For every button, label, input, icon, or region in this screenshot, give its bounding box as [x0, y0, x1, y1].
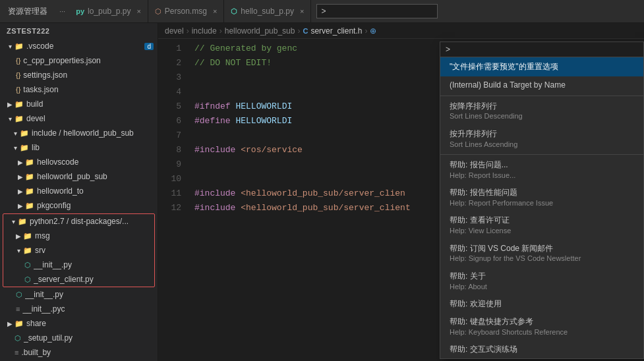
command-search-input[interactable]: [316, 4, 438, 18]
close-tab-button[interactable]: ×: [136, 7, 140, 15]
json-icon: {}: [16, 86, 20, 94]
root-label: ZSTEST222: [7, 27, 49, 35]
file-label: __init__.py: [25, 290, 63, 299]
tab-hello-sub-p-py[interactable]: ⬡ hello_sub_p.py ×: [224, 0, 311, 22]
file-label: .built_by: [21, 348, 51, 357]
tab-lo-pub-p-py[interactable]: py lo_pub_p.py ×: [69, 0, 148, 22]
breadcrumb-item[interactable]: devel: [165, 26, 184, 36]
menu-item-about[interactable]: 帮助: 关于 Help: About: [440, 267, 643, 295]
menu-item-sort-desc[interactable]: 按降序排列行 Sort Lines Descending: [440, 97, 643, 125]
tree-item-settings-json[interactable]: {} settings.json: [0, 68, 158, 82]
close-tab-button[interactable]: ×: [300, 7, 304, 15]
breadcrumb-item[interactable]: helloworld_pub_sub: [225, 26, 295, 36]
folder-icon: 📁: [23, 246, 32, 255]
menu-search-input[interactable]: [446, 45, 638, 54]
menu-item-shortcuts[interactable]: 帮助: 键盘快捷方式参考 Help: Keyboard Shortcuts Re…: [440, 313, 643, 341]
tree-item-c-cpp-props[interactable]: {} c_cpp_properties.json: [0, 53, 158, 68]
folder-label: srv: [35, 246, 45, 255]
menu-item-sublabel: Help: Signup for the VS Code Newsletter: [450, 254, 634, 264]
folder-label: hellovscode: [37, 157, 78, 167]
menu-item-playground[interactable]: 帮助: 交互式演练场: [440, 341, 643, 358]
tab-label: lo_pub_p.py: [88, 7, 131, 16]
tree-item-helloworld-pub-sub[interactable]: ▶ 📁 helloworld_pub_sub: [0, 169, 158, 184]
tree-item-init-pyc[interactable]: ≡ __init__.pyc: [0, 302, 158, 316]
file-label: __init__.py: [34, 260, 72, 269]
main-layout: ZSTEST222 ▾ 📁 .vscode d {} c_cpp_propert…: [0, 23, 644, 361]
chevron-right-icon: ▶: [5, 320, 15, 327]
msg-icon: ⬡: [155, 7, 161, 16]
chevron-right-icon: ▶: [16, 202, 25, 209]
folder-icon: 📁: [18, 217, 27, 226]
chevron-down-icon: ▾: [5, 43, 15, 50]
explorer-label: 资源管理器: [0, 6, 55, 17]
tree-item-setup-util[interactable]: ⬡ _setup_util.py: [0, 331, 158, 345]
breadcrumb-item[interactable]: include: [192, 26, 217, 36]
tree-item-python27[interactable]: ▾ 📁 python2.7 / dist-packages/...: [3, 214, 154, 229]
tree-item-build[interactable]: ▶ 📁 build: [0, 97, 158, 111]
folder-label: build: [26, 99, 43, 109]
menu-item-sublabel: Help: About: [450, 282, 634, 292]
menu-item-newsletter[interactable]: 帮助: 订阅 VS Code 新闻邮件 Help: Signup for the…: [440, 240, 643, 267]
breadcrumb-separator: ›: [297, 26, 300, 36]
folder-label: msg: [35, 231, 50, 240]
tree-item-lib[interactable]: ▾ 📁 lib: [0, 140, 158, 155]
menu-item-label: 帮助: 订阅 VS Code 新闻邮件: [450, 243, 634, 254]
close-tab-button[interactable]: ×: [213, 7, 217, 15]
chevron-down-icon: ▾: [11, 144, 20, 152]
menu-item-label: 帮助: 查看许可证: [450, 215, 634, 226]
badge-d: d: [144, 43, 154, 50]
more-tabs-button[interactable]: ···: [55, 7, 69, 15]
menu-item-build-target[interactable]: (Internal) Build a Target by Name: [440, 76, 643, 94]
breadcrumb-separator: ›: [220, 26, 222, 36]
py-icon: ⬡: [24, 275, 31, 284]
menu-item-view-license[interactable]: 帮助: 查看许可证 Help: View License: [440, 211, 643, 239]
menu-item-welcome[interactable]: 帮助: 欢迎使用: [440, 295, 643, 313]
folder-icon: 📁: [25, 173, 34, 181]
sidebar-header: ZSTEST222: [0, 23, 158, 39]
folder-icon: 📁: [25, 158, 34, 167]
chevron-right-icon: ▶: [14, 233, 23, 240]
tree-item-msg[interactable]: ▶ 📁 msg: [3, 229, 154, 243]
title-bar: 资源管理器 ··· py lo_pub_p.py × ⬡ Person.msg …: [0, 0, 644, 23]
folder-label: helloworld_to: [37, 186, 84, 196]
menu-item-label: 帮助: 报告性能问题: [450, 187, 634, 198]
tree-item-helloworld-to[interactable]: ▶ 📁 helloworld_to: [0, 184, 158, 198]
chevron-right-icon: ▶: [16, 188, 25, 195]
tab-label: hello_sub_p.py: [241, 7, 294, 16]
tree-item-vscode[interactable]: ▾ 📁 .vscode d: [0, 39, 158, 53]
chevron-right-icon: ▶: [16, 173, 25, 180]
menu-title: "文件操作需要预览"的重置选项: [440, 57, 643, 76]
tree-item-share[interactable]: ▶ 📁 share: [0, 316, 158, 331]
tree-item-built-by[interactable]: ≡ .built_by: [0, 345, 158, 360]
menu-item-sublabel: Help: View License: [450, 226, 634, 236]
menu-item-label: 帮助: 键盘快捷方式参考: [450, 316, 634, 327]
command-search-tab: [311, 0, 443, 22]
file-label: __init__.pyc: [22, 304, 65, 314]
menu-divider: [440, 96, 643, 96]
tree-item-include[interactable]: ▾ 📁 include / helloworld_pub_sub: [0, 126, 158, 140]
menu-item-sublabel: Help: Keyboard Shortcuts Reference: [450, 327, 634, 337]
tree-item-init-py-2[interactable]: ⬡ __init__.py: [0, 287, 158, 302]
menu-item-report-issue[interactable]: 帮助: 报告问题... Help: Report Issue...: [440, 156, 643, 184]
file-label: tasks.json: [23, 85, 58, 94]
menu-item-sort-asc[interactable]: 按升序排列行 Sort Lines Ascending: [440, 125, 643, 153]
breadcrumb-c-icon: C: [303, 27, 308, 35]
py-icon: ⬡: [16, 291, 22, 299]
breadcrumb-current-file[interactable]: server_client.h: [310, 26, 362, 36]
tree-item-pkgconfig[interactable]: ▶ 📁 pkgconfig: [0, 198, 158, 213]
chevron-right-icon: ▶: [16, 159, 25, 166]
py-icon: ⬡: [24, 261, 31, 269]
menu-item-report-perf[interactable]: 帮助: 报告性能问题 Help: Report Performance Issu…: [440, 184, 643, 211]
tree-item-devel[interactable]: ▾ 📁 devel: [0, 111, 158, 126]
folder-icon: 📁: [15, 100, 24, 109]
menu-divider: [440, 154, 643, 155]
menu-search-bar: [440, 42, 643, 57]
folder-icon: 📁: [15, 42, 24, 51]
tree-item-srv[interactable]: ▾ 📁 srv: [3, 243, 154, 258]
tree-item-init-py[interactable]: ⬡ __init__.py: [3, 258, 154, 272]
chevron-down-icon: ▾: [9, 218, 18, 225]
tree-item-tasks-json[interactable]: {} tasks.json: [0, 82, 158, 97]
tree-item-hellovscode[interactable]: ▶ 📁 hellovscode: [0, 155, 158, 169]
tab-person-msg[interactable]: ⬡ Person.msg ×: [148, 0, 224, 22]
tree-item-server-client-py[interactable]: ⬡ _server_client.py: [3, 272, 154, 287]
